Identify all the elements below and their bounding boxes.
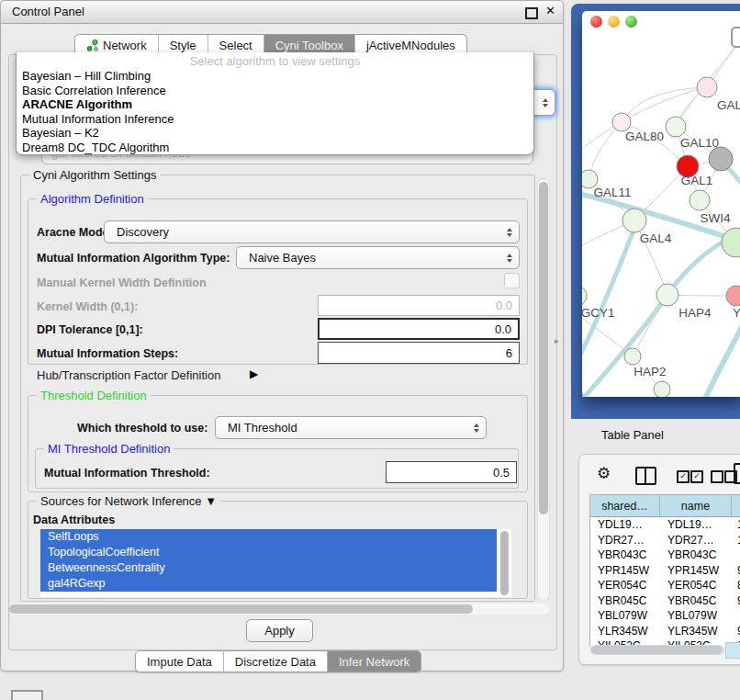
which-threshold-value: MI Threshold <box>228 421 297 435</box>
combo-arrows-icon <box>543 98 548 107</box>
column-header-shared[interactable]: shared… <box>590 495 660 517</box>
scrollbar-thumb[interactable] <box>591 646 722 654</box>
network-node[interactable] <box>656 284 678 306</box>
aracne-mode-value: Discovery <box>117 225 169 239</box>
combo-arrows-icon <box>507 228 512 237</box>
attribute-item-selfloops[interactable]: SelfLoops <box>40 529 497 545</box>
table-horizontal-scrollbar[interactable] <box>590 645 724 655</box>
node-label-gal10: GAL10 <box>680 136 719 150</box>
table-cell: YLR345W <box>590 625 660 638</box>
collapse-arrow-icon[interactable]: ▼ <box>205 494 217 508</box>
mi-threshold-field[interactable]: 0.5 <box>386 461 517 483</box>
network-edge-thick[interactable] <box>582 226 635 362</box>
dpi-tolerance-value: 0.0 <box>495 322 511 336</box>
table-cell: YLR345W <box>660 625 732 638</box>
algorithm-dropdown-items: Bayesian – Hill ClimbingBasic Correlatio… <box>17 69 533 154</box>
dpi-tolerance-field[interactable]: 0.0 <box>318 318 520 340</box>
tab-label: Impute Data <box>147 655 212 669</box>
tab-discretize-data[interactable]: Discretize Data <box>223 651 327 672</box>
network-edge[interactable] <box>622 87 707 122</box>
checkbox-checked-icon[interactable]: ✓ <box>677 470 690 483</box>
table-row[interactable]: YER054CYER054C8. <box>590 578 740 593</box>
network-node[interactable] <box>622 209 646 232</box>
mi-steps-value: 6 <box>506 346 512 360</box>
column-header-name[interactable]: name <box>660 495 732 517</box>
aracne-mode-label: Aracne Mode: <box>37 226 113 239</box>
attribute-item-gal4rgexp[interactable]: gal4RGexp <box>40 576 497 592</box>
aracne-mode-combo[interactable]: Discovery <box>104 220 520 243</box>
settings-horizontal-scrollbar[interactable] <box>9 604 549 615</box>
scrollbar-thumb[interactable] <box>9 604 473 614</box>
network-node[interactable] <box>666 117 686 137</box>
table-row[interactable]: YDR27…YDR27…12 <box>590 533 740 548</box>
attribute-item-betweennesscentrality[interactable]: BetweennessCentrality <box>40 560 497 576</box>
network-edge[interactable] <box>589 122 622 179</box>
mi-steps-field[interactable]: 6 <box>318 342 520 364</box>
network-view-window: GALGAL80GAL10GAL1GAL11SWI4GAL4GCY1HAP4YH… <box>571 4 740 419</box>
threshold-definition-title: Threshold Definition <box>37 389 151 402</box>
network-node[interactable] <box>709 147 733 171</box>
panel-divider-grip[interactable]: ▸ <box>555 336 559 345</box>
table-row[interactable]: YBL079WYBL079W <box>590 608 740 624</box>
dropdown-item-mutual-information-inference[interactable]: Mutual Information Inference <box>17 112 533 127</box>
tab-label: Style <box>170 39 196 52</box>
tab-infer-network[interactable]: Infer Network <box>327 651 420 672</box>
algorithm-dropdown-placeholder: Select algorithm to view settings <box>17 52 533 69</box>
checkbox-unchecked-icon[interactable] <box>711 470 723 483</box>
table-panel-title: Table Panel <box>601 428 664 442</box>
attribute-item-topologicalcoefficient[interactable]: TopologicalCoefficient <box>40 545 497 560</box>
page-icon[interactable] <box>734 463 740 484</box>
hub-definition-label[interactable]: Hub/Transcription Factor Definition <box>37 368 220 382</box>
network-canvas[interactable]: GALGAL80GAL10GAL1GAL11SWI4GAL4GCY1HAP4YH… <box>582 11 740 397</box>
which-threshold-combo[interactable]: MI Threshold <box>215 416 487 439</box>
dropdown-item-bayesian-hill-climbing[interactable]: Bayesian – Hill Climbing <box>17 69 533 84</box>
dropdown-item-basic-correlation-inference[interactable]: Basic Correlation Inference <box>17 84 533 98</box>
network-edge-thick[interactable] <box>727 167 740 195</box>
network-node[interactable] <box>612 113 631 131</box>
float-window-icon[interactable] <box>525 7 538 19</box>
dropdown-item-dream8-dc-tdc-algorithm[interactable]: Dream8 DC_TDC Algorithm <box>17 141 533 155</box>
network-node[interactable] <box>722 228 740 257</box>
scrollbar-thumb[interactable] <box>539 182 548 514</box>
checkbox-checked-icon[interactable]: ✓ <box>690 470 703 483</box>
mi-algorithm-type-combo[interactable]: Naive Bayes <box>236 246 520 269</box>
manual-kernel-width-checkbox[interactable] <box>504 273 520 288</box>
network-graph[interactable]: GALGAL80GAL10GAL1GAL11SWI4GAL4GCY1HAP4YH… <box>582 11 740 397</box>
network-node[interactable] <box>697 77 717 97</box>
expand-arrow-icon[interactable]: ▶ <box>250 367 258 380</box>
dropdown-item-aracne-algorithm[interactable]: ARACNE Algorithm <box>17 97 533 112</box>
apply-button[interactable]: Apply <box>246 619 313 642</box>
list-scrollbar[interactable] <box>500 531 509 595</box>
settings-vertical-scrollbar[interactable] <box>537 178 550 601</box>
split-columns-icon[interactable] <box>635 467 656 485</box>
table-row[interactable]: YBR045CYBR045C9. <box>590 593 740 609</box>
table-cell: YBL079W <box>590 609 660 622</box>
table-row[interactable]: YBR043CYBR043C <box>590 548 740 563</box>
partial-button[interactable] <box>11 690 43 700</box>
network-node[interactable] <box>624 348 641 365</box>
gear-icon[interactable]: ⚙ <box>597 464 611 482</box>
algorithm-combo-stepper[interactable] <box>533 89 555 116</box>
table-cell: YDL19… <box>590 518 660 531</box>
mi-steps-label: Mutual Information Steps: <box>37 347 178 360</box>
mi-threshold-label: Mutual Information Threshold: <box>44 467 210 480</box>
tab-impute-data[interactable]: Impute Data <box>136 651 223 672</box>
column-header-cut[interactable] <box>732 495 740 517</box>
table-row[interactable]: YPR145WYPR145W9. <box>590 563 740 579</box>
network-edge-thick[interactable] <box>703 312 740 397</box>
dropdown-item-bayesian-k2[interactable]: Bayesian – K2 <box>17 126 533 141</box>
data-attributes-list[interactable]: SelfLoopsTopologicalCoefficientBetweenne… <box>40 529 511 597</box>
node-label-gcy1: GCY1 <box>582 306 614 320</box>
combo-arrows-icon <box>474 423 479 433</box>
node-label-gal80: GAL80 <box>625 130 664 143</box>
control-panel-titlebar: Control Panel ✕ <box>1 1 563 24</box>
network-node[interactable] <box>582 286 587 306</box>
table-row[interactable]: YDL19…YDL19…13 <box>590 517 740 533</box>
table-row[interactable]: YLR345WYLR345W9. <box>590 624 740 639</box>
table-cell: YDL19… <box>660 518 732 531</box>
network-node[interactable] <box>726 286 740 306</box>
network-node[interactable] <box>654 381 670 397</box>
close-icon[interactable]: ✕ <box>545 4 555 17</box>
network-node[interactable] <box>690 190 710 210</box>
node-attribute-table[interactable]: shared…name YDL19…YDL19…13YDR27…YDR27…12… <box>589 494 740 647</box>
